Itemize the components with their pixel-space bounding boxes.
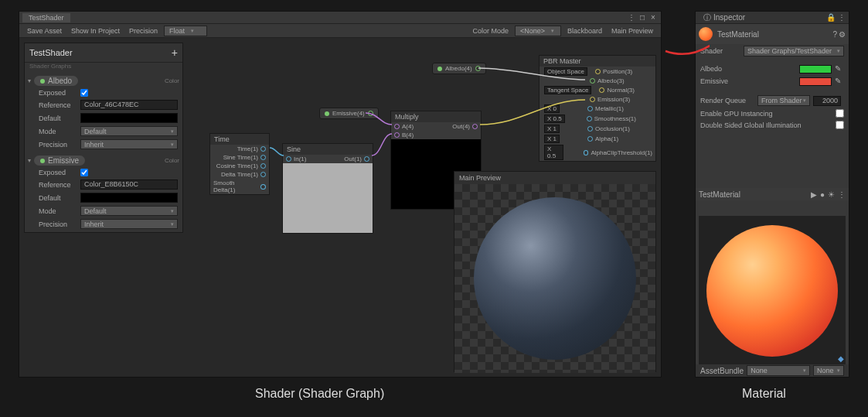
shader-graph-window: TestShader ⋮ □ × Save Asset Show In Proj… <box>19 11 662 378</box>
lock-icon[interactable]: 🔒 <box>826 13 836 22</box>
property-type: Color <box>165 77 179 84</box>
emissive-color-swatch[interactable] <box>799 77 832 86</box>
port-in[interactable] <box>587 106 593 111</box>
render-queue-dropdown[interactable]: From Shader <box>757 95 810 106</box>
node-title: Sine <box>283 144 373 155</box>
save-asset-button[interactable]: Save Asset <box>24 26 65 36</box>
property-type: Color <box>165 157 179 164</box>
light-icon[interactable]: ☀ <box>828 190 835 199</box>
port-out[interactable] <box>260 155 266 160</box>
material-name: TestMaterial <box>717 30 759 39</box>
eyedropper-icon[interactable]: ✎ <box>835 64 844 73</box>
node-property-emissive[interactable]: Emissive(4) <box>319 108 379 119</box>
precision-label: Precision <box>126 26 161 36</box>
eyedropper-icon[interactable]: ✎ <box>835 77 844 86</box>
window-titlebar: TestShader ⋮ □ × <box>19 12 661 24</box>
sphere-icon[interactable]: ● <box>820 190 825 199</box>
precision-dropdown[interactable]: Inherit <box>80 139 178 149</box>
port-in[interactable] <box>599 87 604 93</box>
default-color-swatch[interactable] <box>80 113 178 123</box>
node-property-albedo[interactable]: Albedo(4) <box>432 63 486 74</box>
main-preview-toggle[interactable]: Main Preview <box>608 26 656 36</box>
port-in[interactable] <box>590 78 595 84</box>
tag-icon[interactable]: ◆ <box>838 354 844 363</box>
node-title: Time <box>210 134 269 145</box>
exposed-checkbox[interactable] <box>80 89 88 97</box>
close-icon[interactable]: × <box>648 13 658 22</box>
port-out[interactable] <box>260 146 266 152</box>
reference-field[interactable]: Color_46C478EC <box>80 100 178 110</box>
menu-icon[interactable]: ⋮ <box>838 190 846 199</box>
help-icon[interactable]: ? <box>832 30 837 39</box>
port-in[interactable] <box>590 97 595 102</box>
port-in[interactable] <box>587 126 593 132</box>
chevron-down-icon[interactable]: ▾ <box>28 157 31 164</box>
node-time[interactable]: Time Time(1) Sine Time(1) Cosine Time(1)… <box>209 133 270 195</box>
port-in[interactable] <box>587 116 592 121</box>
reference-field[interactable]: Color_E8B6150C <box>80 179 178 190</box>
info-icon: ⓘ <box>703 12 711 23</box>
node-title: PBR Master <box>540 56 655 67</box>
port-out[interactable] <box>368 111 373 116</box>
port-out[interactable] <box>260 172 266 177</box>
port-out[interactable] <box>260 163 266 169</box>
assetbundle-dropdown[interactable]: None <box>747 365 810 376</box>
add-property-button[interactable]: + <box>172 46 178 59</box>
main-preview-canvas[interactable] <box>454 184 655 373</box>
inspector-tab[interactable]: ⓘInspector <box>699 12 750 24</box>
port-out[interactable] <box>475 66 481 71</box>
window-tab[interactable]: TestShader <box>22 13 70 22</box>
caption-material: Material <box>742 387 786 401</box>
menu-icon[interactable]: ⋮ <box>838 13 846 22</box>
port-out[interactable] <box>472 124 478 129</box>
material-icon <box>699 27 713 41</box>
property-albedo: ▾ Albedo Color Exposed ReferenceColor_46… <box>25 73 182 152</box>
gpu-instancing-checkbox[interactable] <box>836 109 844 118</box>
blackboard-panel: TestShader + Shader Graphs ▾ Albedo Colo… <box>24 43 183 233</box>
gear-icon[interactable]: ⚙ <box>839 30 846 39</box>
exposed-checkbox[interactable] <box>80 169 88 176</box>
material-preview[interactable] <box>699 216 846 366</box>
blackboard-title: TestShader <box>29 48 73 57</box>
render-queue-field[interactable]: 2000 <box>813 96 841 106</box>
color-mode-label: Color Mode <box>469 26 512 36</box>
node-preview <box>283 163 373 233</box>
node-pbr-master[interactable]: PBR Master Object SpacePosition(3) Albed… <box>539 55 656 162</box>
main-preview-title: Main Preview <box>454 172 655 184</box>
property-pill-emissive[interactable]: Emissive <box>34 156 85 166</box>
precision-dropdown[interactable]: Float <box>164 26 207 36</box>
play-icon[interactable]: ▶ <box>811 190 817 199</box>
assetbundle-variant-dropdown[interactable]: None <box>813 365 844 376</box>
port-out[interactable] <box>260 184 266 190</box>
port-in-a[interactable] <box>394 124 400 129</box>
default-color-swatch[interactable] <box>80 193 178 203</box>
material-preview-header: TestMaterial ▶ ● ☀ ⋮ <box>696 188 849 200</box>
chevron-down-icon[interactable]: ▾ <box>28 77 31 84</box>
mode-dropdown[interactable]: Default <box>80 206 178 216</box>
window-menu-icon[interactable]: ⋮ <box>627 13 636 22</box>
material-header: TestMaterial ? ⚙ <box>696 24 849 44</box>
port-in[interactable] <box>286 156 291 162</box>
property-pill-albedo[interactable]: Albedo <box>34 76 78 86</box>
node-sine[interactable]: Sine In(1)Out(1) <box>282 143 373 234</box>
port-in[interactable] <box>587 136 593 142</box>
window-toolbar: Save Asset Show In Project Precision Flo… <box>19 24 661 38</box>
precision-dropdown[interactable]: Inherit <box>80 219 178 229</box>
port-out[interactable] <box>364 156 369 162</box>
port-in[interactable] <box>584 150 589 156</box>
blackboard-toggle[interactable]: Blackboard <box>564 26 605 36</box>
node-title: Multiply <box>391 111 481 122</box>
port-in-b[interactable] <box>394 132 400 138</box>
mode-dropdown[interactable]: Default <box>80 126 178 136</box>
shader-dropdown[interactable]: Shader Graphs/TestShader <box>744 46 844 56</box>
albedo-color-swatch[interactable] <box>799 65 832 73</box>
inspector-footer: AssetBundle None None <box>696 364 849 377</box>
blackboard-subtitle: Shader Graphs <box>25 63 182 73</box>
inspector-titlebar: ⓘInspector 🔒 ⋮ <box>696 12 849 24</box>
show-in-project-button[interactable]: Show In Project <box>68 26 123 36</box>
maximize-icon[interactable]: □ <box>638 13 647 22</box>
color-mode-dropdown[interactable]: <None> <box>515 26 561 36</box>
port-in[interactable] <box>595 69 601 74</box>
dsgi-checkbox[interactable] <box>836 121 844 129</box>
caption-shader: Shader (Shader Graph) <box>255 387 384 401</box>
